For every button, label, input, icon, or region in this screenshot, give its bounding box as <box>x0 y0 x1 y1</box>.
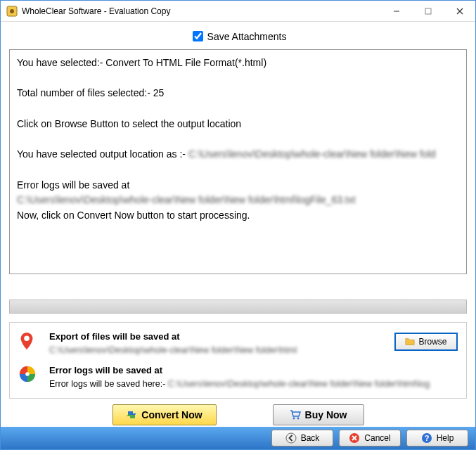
cancel-button[interactable]: Cancel <box>339 430 401 446</box>
action-row: Convert Now Buy Now <box>9 403 467 428</box>
log-line-errorlog-title: Error logs will be saved at <box>17 179 129 191</box>
log-area: You have selected:- Convert To HTML File… <box>9 49 467 274</box>
svg-rect-3 <box>425 8 431 14</box>
buy-now-label: Buy Now <box>305 409 347 420</box>
errorlog-path: C:\Users\lenov\Desktop\whole-clear\New f… <box>168 379 430 389</box>
pie-icon <box>18 365 38 385</box>
save-attachments-label[interactable]: Save Attachments <box>190 29 287 44</box>
back-label: Back <box>301 433 320 443</box>
log-line-convert-hint: Now, click on Convert Now button to star… <box>17 210 250 221</box>
export-path: C:\Users\lenov\Desktop\whole-clear\New f… <box>49 344 387 357</box>
errorlog-row: Error logs will be saved at Error logs w… <box>18 364 458 390</box>
svg-point-10 <box>286 433 296 443</box>
log-line-output-path: C:\Users\lenov\Desktop\whole-clear\New f… <box>188 148 436 160</box>
errorlog-title: Error logs will be saved at <box>49 364 458 378</box>
help-label: Help <box>437 433 454 443</box>
browse-button[interactable]: Browse <box>394 333 458 351</box>
svg-text:?: ? <box>424 434 429 442</box>
folder-icon <box>405 337 415 347</box>
save-attachments-text: Save Attachments <box>207 31 287 42</box>
svg-point-1 <box>10 9 14 13</box>
back-icon <box>285 432 297 444</box>
log-line-browse-hint: Click on Browse Button to select the out… <box>17 118 241 129</box>
log-line-errorlog-path: C:\Users\lenov\Desktop\whole-clear\New f… <box>17 194 356 205</box>
log-line-selected-format: You have selected:- Convert To HTML File… <box>17 57 266 68</box>
titlebar: WholeClear Software - Evaluation Copy <box>1 1 475 22</box>
close-button[interactable] <box>444 1 475 21</box>
back-button[interactable]: Back <box>271 430 333 446</box>
footer-bar: Back Cancel ? Help <box>1 427 475 449</box>
pin-icon <box>18 331 38 354</box>
svg-point-6 <box>24 336 30 342</box>
help-button[interactable]: ? Help <box>406 430 468 446</box>
svg-point-9 <box>297 417 299 419</box>
log-line-output-prefix: You have selected output location as :- <box>17 148 188 160</box>
errorlog-prefix: Error logs will be saved here:- <box>49 379 168 389</box>
save-attachments-checkbox[interactable] <box>193 31 203 41</box>
svg-point-8 <box>292 417 295 419</box>
cancel-icon <box>349 432 360 444</box>
export-row: Export of files will be saved at C:\User… <box>18 330 458 356</box>
export-title: Export of files will be saved at <box>49 330 387 344</box>
browse-label: Browse <box>418 337 446 347</box>
app-icon <box>6 6 18 17</box>
maximize-button[interactable] <box>412 1 444 21</box>
minimize-button[interactable] <box>380 1 412 21</box>
cart-icon <box>290 409 301 420</box>
save-attachments-row: Save Attachments <box>9 26 467 49</box>
window-title: WholeClear Software - Evaluation Copy <box>22 6 380 16</box>
log-line-total-files: Total number of files selected:- 25 <box>17 87 164 98</box>
convert-now-button[interactable]: Convert Now <box>112 404 217 425</box>
cancel-label: Cancel <box>364 433 390 443</box>
info-panel: Export of files will be saved at C:\User… <box>9 322 467 399</box>
progress-bar <box>9 300 467 314</box>
convert-now-label: Convert Now <box>141 409 202 420</box>
svg-point-7 <box>25 372 30 376</box>
help-icon: ? <box>421 432 432 444</box>
convert-icon <box>126 409 137 420</box>
buy-now-button[interactable]: Buy Now <box>273 404 364 425</box>
